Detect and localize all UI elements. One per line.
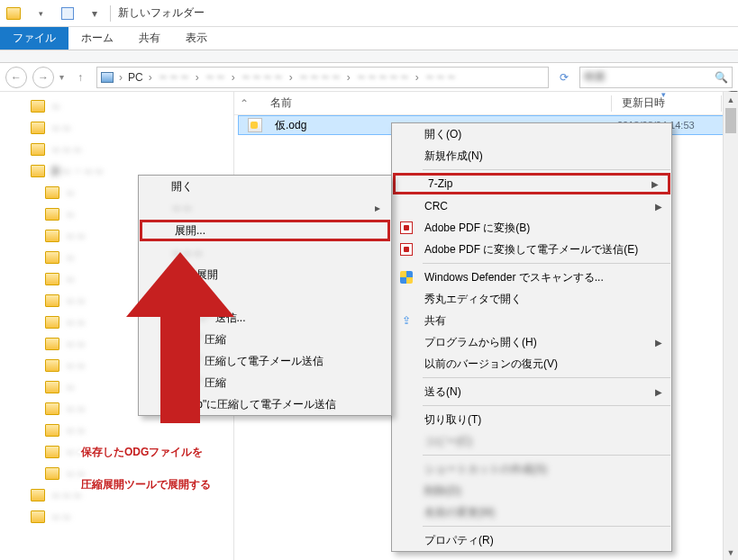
submenu-extract[interactable]: 展開... — [140, 220, 390, 241]
sevenzip-submenu: 開く ～～▸ 展開... ～～～ "仮\"展開 ～～～～ "仮～～"送信... … — [138, 175, 392, 416]
crumb-blurred[interactable]: ～～～～ — [239, 69, 286, 85]
tree-item[interactable]: ～ — [0, 95, 233, 117]
menu-adobe-pdf-mail[interactable]: Adobe PDF に変換して電子メールで送信(E) — [392, 239, 671, 260]
folder-icon — [31, 100, 45, 113]
nav-recent-icon[interactable]: ▾ — [59, 72, 64, 82]
nav-forward-button[interactable]: → — [32, 67, 54, 88]
shield-icon — [399, 270, 414, 285]
file-name: 仮.odg — [275, 118, 306, 133]
titlebar-separator — [110, 5, 111, 22]
nav-back-button[interactable]: ← — [5, 67, 27, 88]
chevron-right-icon: ▶ — [651, 179, 659, 189]
window-titlebar: ▾ ▾ 新しいフォルダー — [0, 0, 738, 27]
refresh-icon[interactable]: ⟳ — [554, 71, 574, 84]
list-header[interactable]: ⌃ 名前 ▾ 更新日時 種類 — [234, 92, 738, 115]
menu-crc[interactable]: CRC▶ — [392, 195, 671, 217]
qat-item-icon[interactable] — [58, 4, 77, 23]
search-input[interactable]: 検索 🔍 — [579, 67, 733, 88]
submenu-blurred[interactable]: ～～～～ — [139, 285, 391, 307]
odg-file-icon — [248, 118, 262, 132]
menu-adobe-pdf[interactable]: Adobe PDF に変換(B) — [392, 217, 671, 239]
pc-icon — [101, 72, 114, 83]
menu-send-to[interactable]: 送る(N)▶ — [392, 381, 671, 402]
menu-prev-version[interactable]: 以前のバージョンの復元(V) — [392, 353, 671, 375]
menu-properties[interactable]: プロパティ(R) — [392, 529, 671, 551]
crumb-pc[interactable]: PC — [126, 71, 145, 84]
submenu-compress-7z[interactable]: "仮～"圧縮 — [139, 372, 391, 393]
submenu-compress[interactable]: "仮～"圧縮 — [139, 329, 391, 350]
scroll-thumb[interactable] — [725, 108, 736, 133]
tab-home[interactable]: ホーム — [68, 27, 126, 50]
nav-up-button[interactable]: ↑ — [69, 67, 91, 88]
search-placeholder: 検索 — [584, 69, 606, 85]
submenu-compress-mail[interactable]: "仮～"圧縮して電子メール送信 — [139, 350, 391, 372]
column-name[interactable]: 名前 — [270, 95, 292, 111]
share-icon: ⇪ — [399, 313, 414, 328]
tab-view[interactable]: 表示 — [173, 27, 220, 50]
window-title: 新しいフォルダー — [118, 5, 205, 21]
menu-cut[interactable]: 切り取り(T) — [392, 409, 671, 430]
submenu-zip-mail[interactable]: "仮.zip"に圧縮して電子メール送信 — [139, 393, 391, 415]
crumb-blurred[interactable]: ～～～～ — [296, 69, 343, 85]
breadcrumb[interactable]: › PC ›～～～ ›～～ ›～～～～ ›～～～～ ›～～～～～ ›～～～ — [96, 67, 549, 88]
folder-icon — [4, 4, 23, 23]
tab-share[interactable]: 共有 — [126, 27, 173, 50]
crumb-blurred[interactable]: ～～ — [203, 69, 228, 85]
menu-share[interactable]: ⇪共有 — [392, 310, 671, 331]
menu-7zip[interactable]: 7-Zip▶ — [393, 173, 670, 194]
submenu-blurred[interactable]: ～～▸ — [139, 197, 391, 219]
address-bar: ← → ▾ ↑ › PC ›～～～ ›～～ ›～～～～ ›～～～～ ›～～～～～… — [0, 63, 738, 92]
menu-rename[interactable]: 名前の変更(M) — [392, 501, 671, 523]
crumb-blurred[interactable]: ～～～～～ — [354, 69, 412, 85]
scroll-up-icon[interactable]: ▲ — [724, 92, 738, 107]
list-expand-icon[interactable]: ⌃ — [240, 97, 249, 110]
menu-open-with[interactable]: プログラムから開く(H)▶ — [392, 331, 671, 353]
context-menu: 開く(O) 新規作成(N) 7-Zip▶ CRC▶ Adobe PDF に変換(… — [391, 122, 672, 552]
scroll-down-icon[interactable]: ▼ — [724, 545, 738, 560]
submenu-compress-send[interactable]: "仮～～"送信... — [139, 307, 391, 329]
menu-shortcut[interactable]: ショートカットの作成(S) — [392, 458, 671, 480]
qat-dropdown-icon[interactable]: ▾ — [31, 4, 50, 23]
tab-file[interactable]: ファイル — [0, 27, 68, 50]
column-date[interactable]: 更新日時 — [622, 95, 665, 111]
menu-open[interactable]: 開く(O) — [392, 123, 671, 145]
menu-copy[interactable]: コピー(C) — [392, 430, 671, 452]
ribbon-tabs: ファイル ホーム 共有 表示 — [0, 27, 738, 50]
ribbon-spacer — [0, 50, 738, 63]
menu-defender[interactable]: Windows Defender でスキャンする... — [392, 266, 671, 288]
search-icon: 🔍 — [715, 71, 728, 84]
menu-hidemaru[interactable]: 秀丸エディタで開く — [392, 288, 671, 310]
vertical-scrollbar[interactable]: ▲ ▼ — [723, 92, 738, 560]
menu-new[interactable]: 新規作成(N) — [392, 145, 671, 167]
crumb-blurred[interactable]: ～～～ — [423, 69, 459, 85]
submenu-extract-to[interactable]: "仮\"展開 — [139, 264, 391, 285]
pdf-icon — [399, 221, 414, 235]
submenu-open[interactable]: 開く — [139, 176, 391, 197]
qat-overflow-icon[interactable]: ▾ — [85, 4, 105, 23]
crumb-blurred[interactable]: ～～～ — [156, 69, 192, 85]
submenu-blurred[interactable]: ～～～ — [139, 242, 391, 264]
menu-delete[interactable]: 削除(D) — [392, 480, 671, 501]
